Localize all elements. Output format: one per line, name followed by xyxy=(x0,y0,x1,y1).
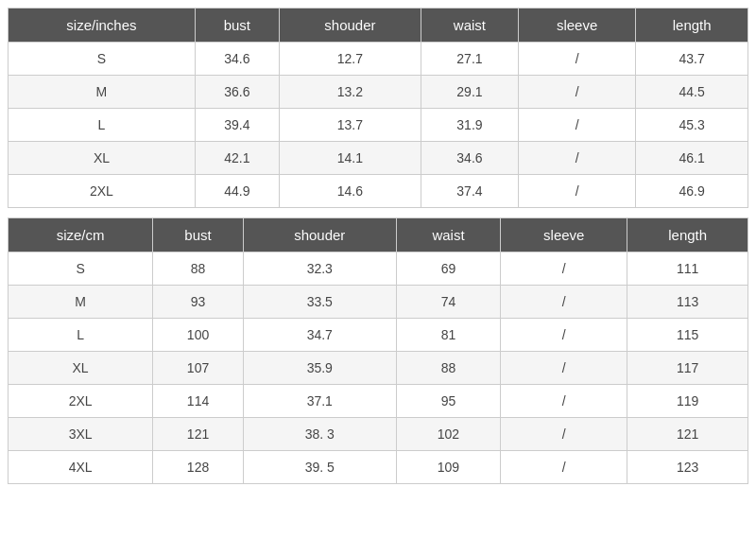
cm-header-row: size/cm bust shouder waist sleeve length xyxy=(9,218,748,252)
cm-cell-0-1: 88 xyxy=(153,252,244,286)
inches-cell-2-3: 31.9 xyxy=(421,109,519,142)
inches-cell-3-5: 46.1 xyxy=(636,142,748,175)
inches-cell-3-4: / xyxy=(518,142,636,175)
inches-cell-1-5: 44.5 xyxy=(636,76,748,109)
cm-cell-2-1: 100 xyxy=(153,319,244,352)
cm-cell-6-0: 4XL xyxy=(9,451,153,484)
cm-cell-6-5: 123 xyxy=(627,451,748,484)
cm-header-sleeve: sleeve xyxy=(501,218,627,252)
inches-table: size/inches bust shouder waist sleeve le… xyxy=(8,8,748,208)
inches-cell-0-0: S xyxy=(9,43,196,76)
cm-cell-0-5: 111 xyxy=(627,252,748,286)
cm-cell-3-5: 117 xyxy=(627,352,748,385)
cm-cell-4-4: / xyxy=(501,385,627,418)
cm-cell-1-5: 113 xyxy=(627,286,748,319)
table-row: XL42.114.134.6/46.1 xyxy=(9,142,748,175)
cm-cell-1-3: 74 xyxy=(396,286,501,319)
table-row: M9333.574/113 xyxy=(9,286,748,319)
inches-cell-1-2: 13.2 xyxy=(279,76,421,109)
cm-header-size: size/cm xyxy=(9,218,153,252)
inches-header-shoulder: shouder xyxy=(279,9,421,43)
cm-cell-5-0: 3XL xyxy=(9,418,153,451)
table-row: L39.413.731.9/45.3 xyxy=(9,109,748,142)
cm-cell-2-0: L xyxy=(9,319,153,352)
inches-cell-4-3: 37.4 xyxy=(421,175,519,208)
inches-cell-2-1: 39.4 xyxy=(195,109,279,142)
cm-cell-2-5: 115 xyxy=(627,319,748,352)
table-row: 3XL12138. 3102/121 xyxy=(9,418,748,451)
cm-cell-6-1: 128 xyxy=(153,451,244,484)
table-row: S8832.369/111 xyxy=(9,252,748,286)
inches-cell-0-5: 43.7 xyxy=(636,43,748,76)
cm-cell-3-2: 35.9 xyxy=(243,352,396,385)
cm-cell-2-2: 34.7 xyxy=(243,319,396,352)
inches-header-length: length xyxy=(636,9,748,43)
table-row: 4XL12839. 5109/123 xyxy=(9,451,748,484)
cm-cell-1-1: 93 xyxy=(153,286,244,319)
cm-cell-6-3: 109 xyxy=(396,451,501,484)
cm-cell-5-2: 38. 3 xyxy=(243,418,396,451)
inches-cell-2-4: / xyxy=(518,109,636,142)
cm-cell-3-3: 88 xyxy=(396,352,501,385)
inches-cell-4-0: 2XL xyxy=(9,175,196,208)
inches-header-row: size/inches bust shouder waist sleeve le… xyxy=(9,9,748,43)
inches-cell-2-5: 45.3 xyxy=(636,109,748,142)
cm-cell-2-4: / xyxy=(501,319,627,352)
cm-cell-6-2: 39. 5 xyxy=(243,451,396,484)
inches-cell-1-3: 29.1 xyxy=(421,76,519,109)
inches-cell-0-3: 27.1 xyxy=(421,43,519,76)
cm-table-wrapper: size/cm bust shouder waist sleeve length… xyxy=(8,217,748,488)
inches-table-wrapper: size/inches bust shouder waist sleeve le… xyxy=(8,8,748,212)
cm-cell-3-4: / xyxy=(501,352,627,385)
inches-cell-0-1: 34.6 xyxy=(195,43,279,76)
inches-header-waist: waist xyxy=(421,9,519,43)
inches-header-bust: bust xyxy=(195,9,279,43)
inches-cell-4-5: 46.9 xyxy=(636,175,748,208)
cm-cell-4-2: 37.1 xyxy=(243,385,396,418)
inches-header-size: size/inches xyxy=(9,9,196,43)
cm-cell-6-4: / xyxy=(501,451,627,484)
cm-cell-4-1: 114 xyxy=(153,385,244,418)
table-row: 2XL44.914.637.4/46.9 xyxy=(9,175,748,208)
cm-cell-0-3: 69 xyxy=(396,252,501,286)
inches-cell-4-2: 14.6 xyxy=(279,175,421,208)
table-row: XL10735.988/117 xyxy=(9,352,748,385)
cm-cell-5-3: 102 xyxy=(396,418,501,451)
inches-cell-1-4: / xyxy=(518,76,636,109)
cm-header-shoulder: shouder xyxy=(243,218,396,252)
table-row: S34.612.727.1/43.7 xyxy=(9,43,748,76)
cm-table: size/cm bust shouder waist sleeve length… xyxy=(8,217,748,484)
inches-cell-2-2: 13.7 xyxy=(279,109,421,142)
cm-cell-0-0: S xyxy=(9,252,153,286)
cm-cell-3-0: XL xyxy=(9,352,153,385)
inches-cell-0-4: / xyxy=(518,43,636,76)
inches-cell-3-0: XL xyxy=(9,142,196,175)
cm-cell-0-2: 32.3 xyxy=(243,252,396,286)
inches-header-sleeve: sleeve xyxy=(518,9,636,43)
cm-cell-4-3: 95 xyxy=(396,385,501,418)
inches-cell-2-0: L xyxy=(9,109,196,142)
cm-header-waist: waist xyxy=(396,218,501,252)
table-row: L10034.781/115 xyxy=(9,319,748,352)
table-row: M36.613.229.1/44.5 xyxy=(9,76,748,109)
cm-cell-4-5: 119 xyxy=(627,385,748,418)
inches-cell-3-2: 14.1 xyxy=(279,142,421,175)
inches-cell-4-1: 44.9 xyxy=(195,175,279,208)
inches-cell-4-4: / xyxy=(518,175,636,208)
inches-cell-1-0: M xyxy=(9,76,196,109)
inches-cell-3-1: 42.1 xyxy=(195,142,279,175)
inches-cell-1-1: 36.6 xyxy=(195,76,279,109)
cm-cell-4-0: 2XL xyxy=(9,385,153,418)
cm-cell-5-5: 121 xyxy=(627,418,748,451)
cm-header-bust: bust xyxy=(153,218,244,252)
cm-cell-1-2: 33.5 xyxy=(243,286,396,319)
cm-cell-2-3: 81 xyxy=(396,319,501,352)
cm-cell-0-4: / xyxy=(501,252,627,286)
cm-header-length: length xyxy=(627,218,748,252)
cm-cell-5-1: 121 xyxy=(153,418,244,451)
cm-cell-5-4: / xyxy=(501,418,627,451)
cm-cell-1-4: / xyxy=(501,286,627,319)
cm-cell-1-0: M xyxy=(9,286,153,319)
inches-cell-0-2: 12.7 xyxy=(279,43,421,76)
cm-cell-3-1: 107 xyxy=(153,352,244,385)
